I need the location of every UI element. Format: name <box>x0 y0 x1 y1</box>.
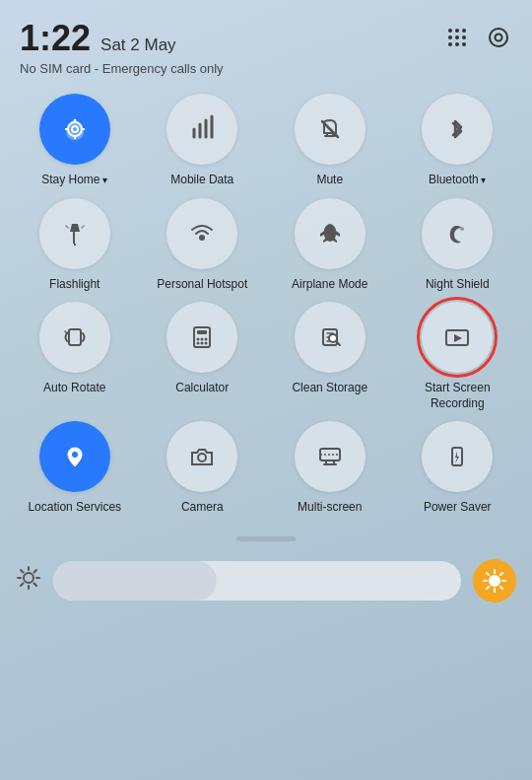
clean-storage-icon <box>295 302 366 373</box>
svg-point-6 <box>448 42 452 46</box>
tile-personal-hotspot[interactable]: Personal Hotspot <box>144 198 262 293</box>
grid-icon <box>443 24 471 51</box>
tile-night-shield[interactable]: Night Shield <box>399 198 517 293</box>
tile-camera[interactable]: Camera <box>144 421 262 516</box>
multi-screen-label: Multi-screen <box>298 500 362 516</box>
stay-home-label: Stay Home <box>41 173 107 188</box>
svg-point-8 <box>462 42 466 46</box>
tile-flashlight[interactable]: Flashlight <box>16 198 134 293</box>
tile-row-4: Location Services Camera M <box>16 421 516 516</box>
svg-point-29 <box>201 342 204 345</box>
sim-info: No SIM card - Emergency calls only <box>20 61 224 76</box>
mobile-data-icon <box>166 94 237 165</box>
svg-point-2 <box>462 29 466 33</box>
svg-point-28 <box>197 342 200 345</box>
hotspot-icon <box>166 198 237 269</box>
multi-screen-icon <box>295 421 366 492</box>
svg-point-9 <box>490 29 507 46</box>
svg-rect-24 <box>197 330 207 334</box>
svg-point-35 <box>72 452 78 458</box>
bluetooth-label: Bluetooth <box>429 173 487 188</box>
camera-icon <box>166 421 237 492</box>
screen-recording-icon <box>422 302 493 373</box>
svg-point-51 <box>489 575 500 587</box>
svg-point-0 <box>448 29 452 33</box>
location-icon <box>39 421 110 492</box>
status-icons <box>443 24 512 51</box>
tile-stay-home[interactable]: Stay Home <box>16 94 134 188</box>
tile-mobile-data[interactable]: Mobile Data <box>144 94 262 188</box>
auto-rotate-icon <box>39 302 110 373</box>
flashlight-icon <box>39 198 110 269</box>
svg-line-59 <box>487 587 489 589</box>
night-shield-label: Night Shield <box>426 277 490 293</box>
svg-point-27 <box>205 338 208 341</box>
power-saver-icon <box>422 421 493 492</box>
svg-point-21 <box>460 227 464 231</box>
calculator-label: Calculator <box>175 381 229 396</box>
scroll-indicator <box>0 528 532 545</box>
tile-auto-rotate[interactable]: Auto Rotate <box>16 302 134 411</box>
tile-location-services[interactable]: Location Services <box>16 421 134 516</box>
flashlight-label: Flashlight <box>49 277 100 293</box>
svg-line-48 <box>34 583 37 586</box>
tile-start-screen-recording[interactable]: Start Screen Recording <box>399 302 517 411</box>
mute-label: Mute <box>316 173 343 188</box>
svg-point-36 <box>198 454 206 461</box>
calculator-icon <box>166 302 237 373</box>
mute-icon <box>295 94 366 165</box>
svg-marker-34 <box>454 334 462 342</box>
svg-line-56 <box>487 573 489 575</box>
date: Sat 2 May <box>100 35 176 55</box>
stay-home-icon <box>39 94 110 165</box>
svg-point-20 <box>199 235 205 241</box>
scroll-pill <box>236 536 296 541</box>
screen-recording-label: Start Screen Recording <box>399 381 517 411</box>
night-shield-icon <box>422 198 493 269</box>
brightness-high-icon <box>473 559 516 603</box>
clean-storage-label: Clean Storage <box>292 381 367 396</box>
svg-point-26 <box>201 338 204 341</box>
camera-label: Camera <box>181 500 224 516</box>
tile-row-2: Flashlight Personal Hotspot Airplane Mod… <box>16 198 516 293</box>
bluetooth-icon <box>422 94 493 165</box>
svg-point-32 <box>329 334 337 342</box>
brightness-bar[interactable] <box>16 559 516 603</box>
tile-calculator[interactable]: Calculator <box>144 302 262 411</box>
svg-point-25 <box>197 338 200 341</box>
airplane-label: Airplane Mode <box>292 277 367 293</box>
tile-mute[interactable]: Mute <box>271 94 389 188</box>
svg-line-49 <box>34 570 37 573</box>
brightness-low-icon <box>16 565 41 597</box>
svg-line-50 <box>21 583 24 586</box>
svg-point-42 <box>24 573 33 583</box>
tile-bluetooth[interactable]: Bluetooth <box>399 94 517 188</box>
time-info: 1:22 Sat 2 May No SIM card - Emergency c… <box>20 18 224 76</box>
airplane-icon <box>295 198 366 269</box>
tile-clean-storage[interactable]: Clean Storage <box>271 302 389 411</box>
settings-icon[interactable] <box>485 24 512 51</box>
quick-settings-grid: Stay Home Mobile Data Mute <box>0 84 532 516</box>
svg-point-3 <box>448 35 452 39</box>
status-bar: 1:22 Sat 2 May No SIM card - Emergency c… <box>0 0 532 84</box>
brightness-fill <box>53 561 217 601</box>
svg-point-10 <box>496 35 502 41</box>
location-label: Location Services <box>28 500 121 516</box>
auto-rotate-label: Auto Rotate <box>43 381 105 396</box>
tile-airplane-mode[interactable]: Airplane Mode <box>271 198 389 293</box>
brightness-track[interactable] <box>53 561 461 601</box>
power-saver-label: Power Saver <box>424 500 492 516</box>
hotspot-label: Personal Hotspot <box>157 277 247 293</box>
svg-point-1 <box>455 29 459 33</box>
tile-row-1: Stay Home Mobile Data Mute <box>16 94 516 188</box>
svg-line-47 <box>21 570 24 573</box>
svg-point-7 <box>455 42 459 46</box>
svg-line-57 <box>500 587 502 589</box>
svg-point-30 <box>205 342 208 345</box>
svg-line-58 <box>500 573 502 575</box>
svg-rect-22 <box>69 329 81 345</box>
tile-multi-screen[interactable]: Multi-screen <box>271 421 389 516</box>
tile-power-saver[interactable]: Power Saver <box>399 421 517 516</box>
svg-point-4 <box>455 35 459 39</box>
tile-row-3: Auto Rotate Calculator <box>16 302 516 411</box>
